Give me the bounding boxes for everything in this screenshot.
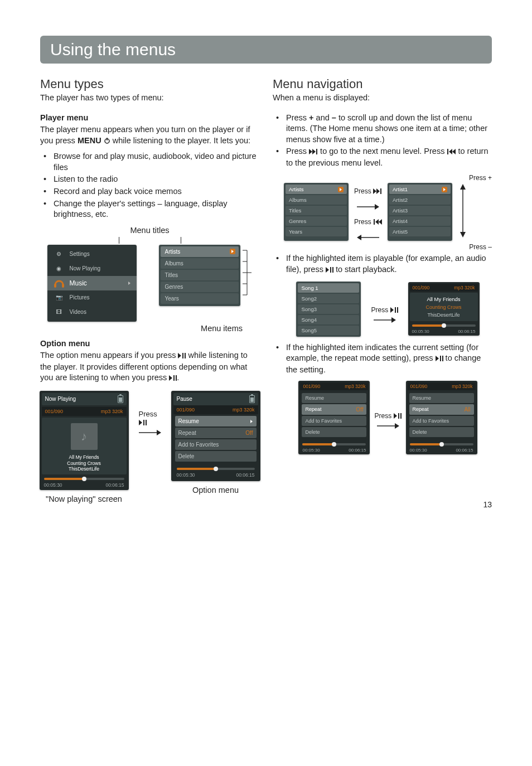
play-pause-icon	[390, 307, 398, 314]
songs-menu: Song 1 Song2 Song3 Song4 Song5	[296, 282, 361, 337]
menu-item-titles: Titles	[161, 270, 239, 280]
power-icon	[104, 136, 110, 147]
player-bullet: Listen to the radio	[54, 174, 259, 185]
progress-bar	[177, 468, 255, 470]
bracket-icon	[240, 245, 253, 306]
menu-item: Genres	[286, 216, 347, 226]
svg-rect-18	[316, 149, 317, 154]
menu-item-years: Years	[161, 293, 239, 304]
menu-item: Artists	[286, 185, 347, 194]
menu-item: Titles	[286, 206, 347, 215]
play-pause-icon	[178, 351, 186, 362]
menu-navigation-heading: Menu navigation	[273, 77, 492, 91]
option-menu-screen: Pause 001/090mp3 320k Resume RepeatOff A…	[171, 391, 260, 481]
arrow-right-icon	[377, 423, 399, 429]
progress-bar	[302, 443, 366, 445]
battery-icon	[118, 395, 123, 403]
menu-item: Artist5	[389, 227, 451, 236]
prev-icon	[447, 147, 456, 158]
option-menu-heading: Option menu	[40, 338, 259, 350]
film-icon: 🎞	[53, 307, 65, 317]
home-item-videos: 🎞Videos	[47, 305, 137, 319]
menu-item-genres: Genres	[161, 282, 239, 292]
option-menu-caption: Option menu	[171, 486, 260, 494]
chevron-right-icon	[128, 280, 131, 286]
menu-item-albums: Albums	[161, 258, 239, 269]
press-label: Press	[374, 412, 401, 420]
prev-icon	[373, 219, 382, 226]
press-minus-label: Press –	[284, 243, 492, 251]
menu-types-lead: The player has two types of menu:	[40, 93, 259, 104]
play-pause-icon	[139, 419, 147, 427]
song-item: Song 1	[298, 283, 359, 293]
svg-rect-16	[146, 420, 147, 425]
menu-item: Artist4	[389, 216, 451, 226]
song-item: Song2	[298, 294, 359, 303]
now-playing-screen: Now Playing 001/090mp3 320k All My Frien…	[40, 391, 129, 490]
arrow-right-icon	[139, 429, 161, 436]
menu-titles-label: Menu titles	[40, 226, 259, 235]
play-pause-icon	[169, 373, 177, 384]
disc-icon: ◉	[53, 264, 65, 274]
music-menu: Artists Albums Titles Genres Years	[159, 245, 240, 306]
home-menu: ⚙Settings ◉Now Playing Music 📷Pictures 🎞…	[47, 245, 137, 322]
song-item: Song5	[298, 326, 359, 335]
menu-left: Artists Albums Titles Genres Years	[284, 183, 349, 241]
now-playing-caption: "Now playing" screen	[40, 494, 129, 503]
opt-item: Add to Favorites	[409, 416, 474, 426]
arrow-left-icon	[357, 234, 379, 241]
svg-rect-25	[330, 267, 331, 273]
menu-item-artists: Artists	[161, 246, 239, 257]
opt-item-repeat: RepeatOff	[302, 404, 366, 415]
press-prev-label: Press	[354, 218, 382, 226]
opt-item: Delete	[302, 427, 366, 437]
camera-icon: 📷	[53, 293, 65, 303]
arrow-right-icon	[357, 203, 379, 210]
battery-icon	[249, 395, 255, 403]
menu-item: Artist2	[389, 195, 451, 205]
song-item: Song3	[298, 304, 359, 314]
next-icon	[373, 188, 382, 196]
svg-rect-33	[400, 413, 402, 419]
headphones-icon	[53, 278, 65, 288]
page-title: Using the menus	[40, 36, 492, 64]
svg-rect-2	[54, 284, 56, 288]
album-art-icon	[71, 423, 98, 450]
home-item-music: Music	[47, 276, 137, 290]
option-item-add: Add to Favorites	[175, 439, 257, 450]
option-item-repeat: RepeatOff	[175, 428, 257, 438]
progress-bar	[410, 443, 473, 445]
option-screen-before: 001/090mp3 320k Resume RepeatOff Add to …	[298, 381, 370, 454]
press-label: Press	[371, 306, 398, 314]
press-label: Press	[139, 410, 161, 427]
menu-navigation-lead: When a menu is displayed:	[273, 93, 492, 104]
song-item: Song4	[298, 315, 359, 324]
svg-rect-15	[143, 420, 144, 425]
option-item-delete: Delete	[175, 451, 257, 462]
press-plus-label: Press +	[284, 174, 492, 182]
svg-rect-32	[398, 413, 399, 419]
nav-bullet: Press to go to the next menu level. Pres…	[286, 146, 492, 168]
arrow-right-icon	[374, 317, 396, 323]
play-pause-icon	[326, 265, 333, 276]
menu-item: Artist3	[389, 206, 451, 215]
opt-item: Resume	[409, 393, 474, 403]
next-icon	[309, 147, 318, 158]
menu-right: Artist1 Artist2 Artist3 Artist4 Artist5	[388, 183, 452, 241]
progress-bar	[412, 324, 476, 327]
press-next-label: Press	[354, 187, 382, 196]
gear-icon: ⚙	[53, 249, 65, 259]
svg-rect-11	[182, 353, 183, 358]
svg-rect-19	[447, 149, 448, 154]
home-item-settings: ⚙Settings	[47, 247, 137, 261]
nav-bullet: If the highlighted item indicates the cu…	[286, 342, 492, 376]
svg-rect-22	[374, 219, 375, 225]
chevron-right-icon	[230, 249, 235, 254]
chevron-right-icon	[442, 187, 447, 192]
menu-item: Albums	[286, 195, 347, 205]
svg-rect-28	[397, 307, 398, 313]
svg-rect-27	[395, 307, 396, 313]
play-pause-icon	[394, 413, 402, 420]
player-menu-text: The player menu appears when you turn on…	[40, 124, 259, 147]
menu-types-heading: Menu types	[40, 77, 259, 91]
